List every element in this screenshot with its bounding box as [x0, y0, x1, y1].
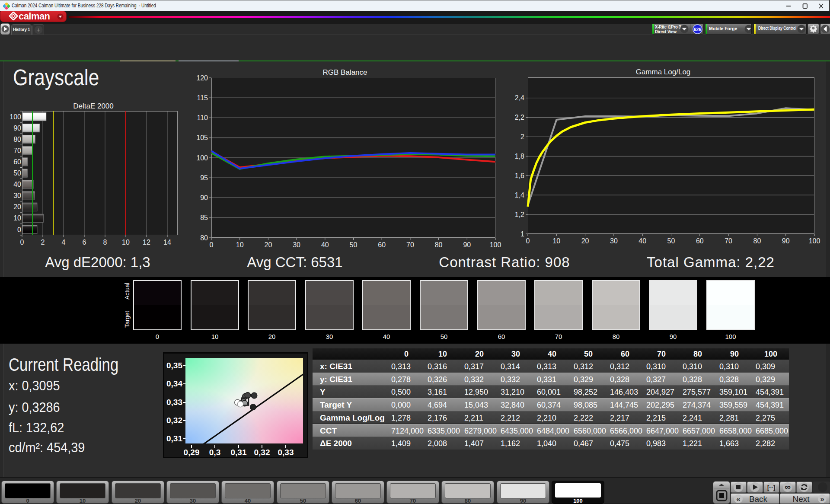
- svg-text:0,31: 0,31: [231, 448, 247, 457]
- svg-text:Back: Back: [749, 494, 768, 504]
- svg-text:70: 70: [13, 147, 21, 154]
- svg-text:2,4: 2,4: [515, 94, 524, 102]
- svg-text:Gamma Log/Log: Gamma Log/Log: [636, 68, 691, 76]
- svg-text:0: 0: [20, 239, 24, 246]
- svg-text:100: 100: [196, 154, 208, 162]
- svg-text:2,2: 2,2: [515, 114, 524, 121]
- svg-text:80: 80: [435, 241, 443, 249]
- svg-text:80: 80: [200, 234, 208, 242]
- svg-text:40: 40: [321, 241, 329, 249]
- svg-text:10: 10: [13, 214, 21, 222]
- svg-text:2: 2: [520, 133, 524, 140]
- svg-text:90: 90: [463, 241, 471, 249]
- svg-text:«: «: [736, 495, 740, 503]
- svg-text:110: 110: [197, 114, 208, 121]
- svg-text:10: 10: [122, 239, 130, 246]
- svg-text:Next: Next: [792, 494, 810, 504]
- svg-text:100: 100: [490, 241, 501, 249]
- svg-text:30: 30: [13, 192, 21, 199]
- svg-text:8: 8: [103, 239, 107, 246]
- svg-text:30: 30: [610, 237, 618, 245]
- svg-text:20: 20: [265, 241, 272, 249]
- svg-text:60: 60: [13, 158, 21, 166]
- svg-text:40: 40: [13, 181, 21, 188]
- svg-text:0,33: 0,33: [278, 448, 294, 457]
- svg-text:DeltaE 2000: DeltaE 2000: [73, 102, 114, 110]
- svg-text:50: 50: [13, 169, 21, 177]
- svg-text:0,29: 0,29: [184, 448, 200, 457]
- svg-text:90: 90: [200, 194, 208, 201]
- svg-text:0: 0: [526, 237, 530, 245]
- svg-text:20: 20: [581, 237, 589, 245]
- svg-text:40: 40: [638, 237, 646, 245]
- svg-text:50: 50: [667, 237, 675, 245]
- svg-text:60: 60: [696, 237, 704, 245]
- svg-text:1,8: 1,8: [515, 153, 524, 160]
- svg-text:0,33: 0,33: [166, 398, 182, 407]
- svg-text:80: 80: [753, 237, 761, 245]
- svg-text:10: 10: [552, 237, 560, 245]
- svg-text:105: 105: [196, 134, 208, 141]
- svg-text:RGB Balance: RGB Balance: [323, 68, 367, 77]
- svg-text:95: 95: [200, 174, 208, 182]
- svg-text:1,4: 1,4: [515, 191, 524, 199]
- svg-text:100: 100: [10, 113, 21, 121]
- svg-text:0: 0: [17, 226, 21, 233]
- svg-text:»: »: [820, 495, 824, 503]
- svg-text:1,6: 1,6: [515, 172, 524, 179]
- svg-text:[··]: [··]: [767, 484, 776, 491]
- svg-text:14: 14: [163, 239, 171, 246]
- svg-text:85: 85: [200, 214, 208, 221]
- svg-text:0,3: 0,3: [209, 448, 220, 457]
- svg-text:50: 50: [350, 241, 358, 249]
- svg-text:0,32: 0,32: [254, 448, 270, 457]
- svg-text:80: 80: [13, 136, 21, 143]
- svg-text:12: 12: [143, 239, 150, 246]
- svg-text:115: 115: [197, 94, 208, 102]
- svg-text:70: 70: [725, 237, 732, 245]
- svg-text:60: 60: [378, 241, 386, 249]
- svg-text:2: 2: [41, 239, 45, 246]
- svg-text:120: 120: [196, 74, 208, 82]
- svg-text:0,34: 0,34: [166, 379, 182, 388]
- svg-text:0,35: 0,35: [166, 361, 182, 370]
- svg-text:100: 100: [809, 237, 820, 245]
- svg-text:0: 0: [210, 241, 214, 249]
- svg-text:10: 10: [236, 241, 244, 249]
- svg-text:70: 70: [406, 241, 414, 249]
- svg-text:90: 90: [13, 124, 21, 132]
- svg-text:1: 1: [520, 230, 524, 238]
- svg-text:∞: ∞: [785, 482, 791, 491]
- svg-text:90: 90: [782, 237, 790, 245]
- svg-text:1,2: 1,2: [515, 211, 524, 218]
- svg-text:20: 20: [13, 203, 21, 211]
- svg-text:6: 6: [83, 239, 86, 246]
- svg-text:30: 30: [293, 241, 300, 249]
- svg-text:0,32: 0,32: [166, 416, 182, 425]
- svg-text:0,31: 0,31: [166, 434, 182, 443]
- svg-text:4: 4: [62, 239, 66, 246]
